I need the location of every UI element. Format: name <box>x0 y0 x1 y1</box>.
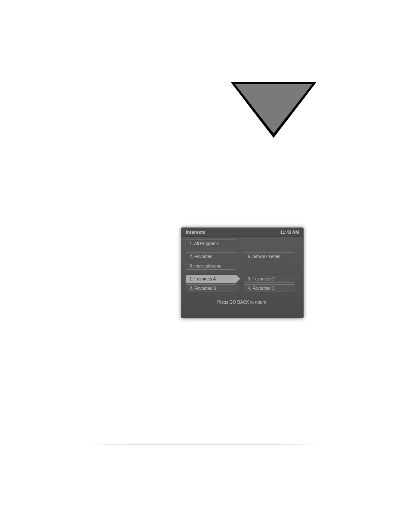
menu-item-label: 3. movies/drama <box>190 264 221 268</box>
menu-item-label: 4. Favorites D <box>248 286 274 291</box>
menu-title: Interests <box>186 230 206 235</box>
menu-header: Interests 11:43 AM <box>181 228 303 237</box>
menu-item-label: 1. Favorites A <box>190 277 216 281</box>
menu-item-favorites-b[interactable]: 2. Favorites B <box>186 284 240 292</box>
menu-item-label: 2. Favorites B <box>190 286 216 291</box>
menu-item-label: 6. network series <box>248 254 280 259</box>
menu-item-favorites-d[interactable]: 4. Favorites D <box>244 284 299 292</box>
menu-item-network-series[interactable]: 6. network series <box>244 252 299 260</box>
menu-footer: Press GO BACK to return. <box>181 296 303 306</box>
menu-item-favorites-c[interactable]: 3. Favorites C <box>244 275 299 283</box>
menu-item-movies-drama[interactable]: 3. movies/drama <box>186 262 240 270</box>
menu-time: 11:43 AM <box>280 230 299 235</box>
menu-item-favorites[interactable]: 2. Favorites <box>186 252 240 260</box>
down-triangle-icon <box>230 82 317 138</box>
divider-line <box>86 444 321 445</box>
menu-item-label: 1. All Programs <box>190 241 219 246</box>
interests-menu-panel: Interests 11:43 AM 1. All Programs 2. Fa… <box>181 227 304 318</box>
menu-item-all-programs[interactable]: 1. All Programs <box>186 240 240 247</box>
menu-content: 1. All Programs 2. Favorites 6. network … <box>181 237 303 296</box>
menu-item-favorites-a[interactable]: 1. Favorites A <box>186 275 240 283</box>
menu-item-label: 3. Favorites C <box>248 277 274 281</box>
menu-item-label: 2. Favorites <box>190 254 212 259</box>
